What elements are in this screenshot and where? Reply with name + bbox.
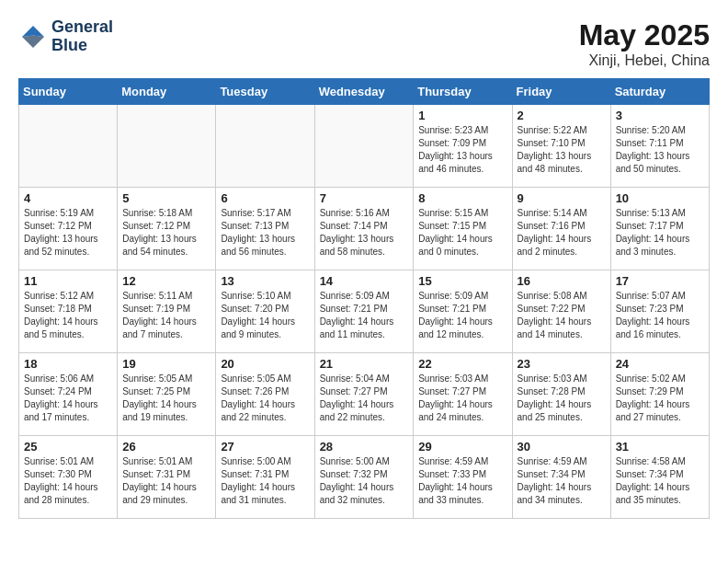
calendar-cell: 18Sunrise: 5:06 AM Sunset: 7:24 PM Dayli…: [19, 353, 118, 436]
calendar-cell: 2Sunrise: 5:22 AM Sunset: 7:10 PM Daylig…: [512, 105, 610, 188]
day-number: 30: [518, 440, 606, 454]
day-number: 12: [122, 274, 210, 288]
day-number: 18: [24, 357, 112, 371]
weekday-header: Thursday: [414, 79, 512, 105]
cell-details: Sunrise: 5:06 AM Sunset: 7:24 PM Dayligh…: [24, 373, 112, 424]
weekday-header: Tuesday: [216, 79, 314, 105]
day-number: 19: [122, 357, 210, 371]
day-number: 2: [518, 109, 606, 122]
cell-details: Sunrise: 5:19 AM Sunset: 7:12 PM Dayligh…: [24, 207, 112, 259]
day-number: 27: [221, 440, 309, 454]
cell-details: Sunrise: 5:01 AM Sunset: 7:31 PM Dayligh…: [122, 455, 210, 507]
logo-line2: Blue: [51, 37, 113, 55]
calendar-cell: 13Sunrise: 5:10 AM Sunset: 7:20 PM Dayli…: [216, 270, 314, 353]
calendar-cell: 16Sunrise: 5:08 AM Sunset: 7:22 PM Dayli…: [512, 270, 610, 353]
calendar-cell: 15Sunrise: 5:09 AM Sunset: 7:21 PM Dayli…: [414, 270, 512, 353]
calendar-cell: 4Sunrise: 5:19 AM Sunset: 7:12 PM Daylig…: [19, 188, 118, 270]
day-number: 21: [320, 357, 409, 371]
cell-details: Sunrise: 5:02 AM Sunset: 7:29 PM Dayligh…: [616, 373, 704, 424]
cell-details: Sunrise: 5:07 AM Sunset: 7:23 PM Dayligh…: [616, 290, 704, 341]
cell-details: Sunrise: 5:00 AM Sunset: 7:32 PM Dayligh…: [320, 455, 409, 507]
day-number: 9: [518, 191, 606, 205]
calendar-cell: 30Sunrise: 4:59 AM Sunset: 7:34 PM Dayli…: [512, 436, 610, 519]
calendar-cell: 27Sunrise: 5:00 AM Sunset: 7:31 PM Dayli…: [216, 436, 314, 519]
logo-line1: General: [51, 18, 113, 37]
cell-details: Sunrise: 5:04 AM Sunset: 7:27 PM Dayligh…: [320, 373, 409, 424]
calendar-cell: [314, 105, 414, 188]
cell-details: Sunrise: 5:05 AM Sunset: 7:26 PM Dayligh…: [221, 373, 309, 424]
cell-details: Sunrise: 4:58 AM Sunset: 7:34 PM Dayligh…: [616, 455, 704, 507]
day-number: 5: [122, 191, 210, 205]
calendar-cell: 17Sunrise: 5:07 AM Sunset: 7:23 PM Dayli…: [610, 270, 709, 353]
day-number: 3: [616, 109, 704, 122]
location-title: Xinji, Hebei, China: [579, 52, 710, 69]
calendar-cell: 31Sunrise: 4:58 AM Sunset: 7:34 PM Dayli…: [610, 436, 709, 519]
cell-details: Sunrise: 5:18 AM Sunset: 7:12 PM Dayligh…: [122, 207, 210, 259]
day-number: 26: [122, 440, 210, 454]
cell-details: Sunrise: 5:20 AM Sunset: 7:11 PM Dayligh…: [616, 124, 704, 176]
cell-details: Sunrise: 5:03 AM Sunset: 7:27 PM Dayligh…: [418, 373, 506, 424]
cell-details: Sunrise: 5:03 AM Sunset: 7:28 PM Dayligh…: [518, 373, 606, 424]
day-number: 25: [24, 440, 112, 454]
svg-marker-1: [22, 35, 44, 48]
calendar-table: SundayMondayTuesdayWednesdayThursdayFrid…: [18, 78, 710, 519]
day-number: 10: [616, 191, 704, 205]
cell-details: Sunrise: 5:23 AM Sunset: 7:09 PM Dayligh…: [418, 124, 506, 176]
cell-details: Sunrise: 5:00 AM Sunset: 7:31 PM Dayligh…: [221, 455, 309, 507]
title-block: May 2025 Xinji, Hebei, China: [579, 18, 710, 69]
calendar-cell: 20Sunrise: 5:05 AM Sunset: 7:26 PM Dayli…: [216, 353, 314, 436]
cell-details: Sunrise: 5:09 AM Sunset: 7:21 PM Dayligh…: [320, 290, 409, 341]
day-number: 23: [518, 357, 606, 371]
cell-details: Sunrise: 5:10 AM Sunset: 7:20 PM Dayligh…: [221, 290, 309, 341]
cell-details: Sunrise: 5:01 AM Sunset: 7:30 PM Dayligh…: [24, 455, 112, 507]
calendar-cell: 19Sunrise: 5:05 AM Sunset: 7:25 PM Dayli…: [118, 353, 216, 436]
calendar-cell: 9Sunrise: 5:14 AM Sunset: 7:16 PM Daylig…: [512, 188, 610, 270]
weekday-header: Saturday: [610, 79, 709, 105]
day-number: 6: [221, 191, 309, 205]
calendar-cell: 21Sunrise: 5:04 AM Sunset: 7:27 PM Dayli…: [314, 353, 414, 436]
calendar-cell: 11Sunrise: 5:12 AM Sunset: 7:18 PM Dayli…: [19, 270, 118, 353]
day-number: 7: [320, 191, 409, 205]
svg-marker-0: [22, 26, 44, 37]
logo-text: General Blue: [51, 18, 113, 55]
day-number: 15: [418, 274, 506, 288]
day-number: 16: [518, 274, 606, 288]
cell-details: Sunrise: 5:13 AM Sunset: 7:17 PM Dayligh…: [616, 207, 704, 259]
cell-details: Sunrise: 5:08 AM Sunset: 7:22 PM Dayligh…: [518, 290, 606, 341]
calendar-cell: 7Sunrise: 5:16 AM Sunset: 7:14 PM Daylig…: [314, 188, 414, 270]
day-number: 8: [418, 191, 506, 205]
calendar-cell: 29Sunrise: 4:59 AM Sunset: 7:33 PM Dayli…: [414, 436, 512, 519]
cell-details: Sunrise: 4:59 AM Sunset: 7:34 PM Dayligh…: [518, 455, 606, 507]
calendar-week-row: 25Sunrise: 5:01 AM Sunset: 7:30 PM Dayli…: [19, 436, 710, 519]
calendar-cell: 24Sunrise: 5:02 AM Sunset: 7:29 PM Dayli…: [610, 353, 709, 436]
calendar-cell: 14Sunrise: 5:09 AM Sunset: 7:21 PM Dayli…: [314, 270, 414, 353]
day-number: 29: [418, 440, 506, 454]
calendar-cell: 5Sunrise: 5:18 AM Sunset: 7:12 PM Daylig…: [118, 188, 216, 270]
calendar-cell: 23Sunrise: 5:03 AM Sunset: 7:28 PM Dayli…: [512, 353, 610, 436]
calendar-cell: 10Sunrise: 5:13 AM Sunset: 7:17 PM Dayli…: [610, 188, 709, 270]
calendar-cell: 6Sunrise: 5:17 AM Sunset: 7:13 PM Daylig…: [216, 188, 314, 270]
day-number: 31: [616, 440, 704, 454]
day-number: 17: [616, 274, 704, 288]
day-number: 13: [221, 274, 309, 288]
calendar-cell: 12Sunrise: 5:11 AM Sunset: 7:19 PM Dayli…: [118, 270, 216, 353]
calendar-week-row: 1Sunrise: 5:23 AM Sunset: 7:09 PM Daylig…: [19, 105, 710, 188]
cell-details: Sunrise: 5:09 AM Sunset: 7:21 PM Dayligh…: [418, 290, 506, 341]
cell-details: Sunrise: 4:59 AM Sunset: 7:33 PM Dayligh…: [418, 455, 506, 507]
weekday-header: Sunday: [19, 79, 118, 105]
weekday-header: Friday: [512, 79, 610, 105]
calendar-cell: [216, 105, 314, 188]
cell-details: Sunrise: 5:17 AM Sunset: 7:13 PM Dayligh…: [221, 207, 309, 259]
calendar-cell: 25Sunrise: 5:01 AM Sunset: 7:30 PM Dayli…: [19, 436, 118, 519]
calendar-cell: 3Sunrise: 5:20 AM Sunset: 7:11 PM Daylig…: [610, 105, 709, 188]
calendar-cell: 28Sunrise: 5:00 AM Sunset: 7:32 PM Dayli…: [314, 436, 414, 519]
calendar-cell: 8Sunrise: 5:15 AM Sunset: 7:15 PM Daylig…: [414, 188, 512, 270]
calendar-cell: 26Sunrise: 5:01 AM Sunset: 7:31 PM Dayli…: [118, 436, 216, 519]
day-number: 1: [418, 109, 506, 122]
day-number: 11: [24, 274, 112, 288]
day-number: 14: [320, 274, 409, 288]
day-number: 20: [221, 357, 309, 371]
calendar-week-row: 11Sunrise: 5:12 AM Sunset: 7:18 PM Dayli…: [19, 270, 710, 353]
cell-details: Sunrise: 5:16 AM Sunset: 7:14 PM Dayligh…: [320, 207, 409, 259]
cell-details: Sunrise: 5:22 AM Sunset: 7:10 PM Dayligh…: [518, 124, 606, 176]
